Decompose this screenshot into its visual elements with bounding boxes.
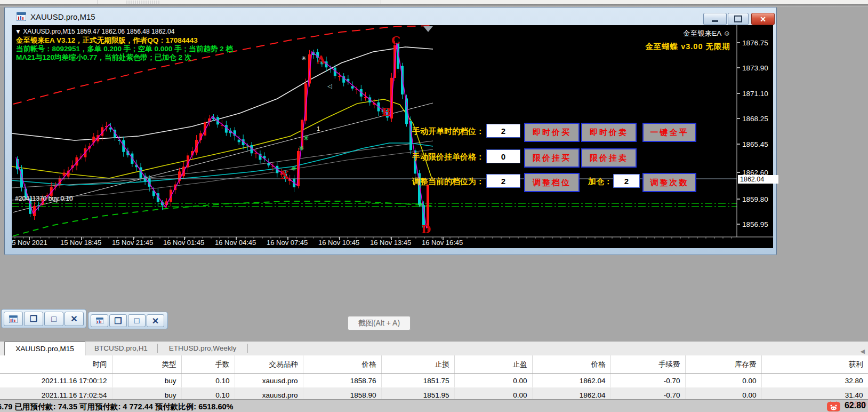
maximize-icon bbox=[734, 15, 742, 22]
column-header[interactable]: 价格 bbox=[303, 355, 381, 374]
column-header[interactable]: 价格 bbox=[532, 355, 610, 374]
trade-cell: 1862.04 bbox=[532, 374, 610, 388]
signal-star-icon: ✳ bbox=[291, 165, 296, 172]
lower-band-green-dashed bbox=[13, 201, 433, 236]
margin-summary: 46.79 已用预付款: 74.35 可用预付款: 4 772.44 预付款比例… bbox=[0, 402, 233, 412]
column-header[interactable]: 止盈 bbox=[454, 355, 532, 374]
manual-open-level-input[interactable] bbox=[486, 124, 520, 138]
trade-cell: -0.70 bbox=[610, 374, 685, 388]
current-price-tag: 1862.04 bbox=[738, 175, 778, 184]
manual-limit-price-input[interactable] bbox=[486, 149, 520, 163]
price-axis-label: 1876.75 bbox=[742, 39, 768, 47]
tab-xauusd[interactable]: XAUUSD.pro,M15 bbox=[4, 342, 85, 355]
trade-cell: 2021.11.16 17:00:12 bbox=[0, 374, 112, 388]
yellow-ma bbox=[12, 99, 432, 179]
chart-window-icon bbox=[17, 12, 26, 21]
chart-marker-icon: ◁ bbox=[327, 83, 332, 90]
maximize-icon[interactable]: □ bbox=[44, 312, 63, 326]
pattern-letter-a: A bbox=[317, 53, 325, 66]
chart-icon[interactable] bbox=[4, 312, 23, 326]
time-axis-label: 16 Nov 07:45 bbox=[267, 239, 308, 247]
table-scroll-left-icon[interactable]: ◀ bbox=[861, 348, 865, 355]
maximize-icon[interactable]: □ bbox=[128, 314, 146, 327]
signal-star-icon: ✳ bbox=[299, 145, 304, 152]
price-axis-label: 1871.10 bbox=[742, 90, 768, 98]
buy-limit-button[interactable]: 限价挂买 bbox=[524, 148, 580, 168]
symbol-ohlc-line: ▼ XAUUSD.pro,M15 1859.47 1862.06 1856.48… bbox=[15, 28, 174, 36]
trade-cell: xauusd.pro bbox=[235, 374, 303, 388]
price-axis-label: 1856.95 bbox=[742, 220, 768, 228]
maximize-button[interactable] bbox=[728, 13, 749, 25]
status-bar: 46.79 已用预付款: 74.35 可用预付款: 4 772.44 预付款比例… bbox=[0, 399, 868, 412]
chart-tab-strip: XAUUSD.pro,M15 BTCUSD.pro,H1 ETHUSD.pro,… bbox=[0, 342, 868, 356]
adjust-level-input[interactable] bbox=[486, 174, 520, 188]
pattern-letter-d: D bbox=[421, 223, 431, 236]
buy-market-button[interactable]: 即时价买 bbox=[524, 123, 580, 142]
trade-history-table: 时间类型手数交易品种价格止损止盈价格手续费库存费获利2021.11.16 17:… bbox=[0, 355, 868, 402]
signal-star-icon: ✳ bbox=[418, 201, 423, 209]
screenshot-root: { "window": { "title": "XAUUSD.pro,M15" … bbox=[0, 0, 868, 412]
close-button[interactable]: ✕ bbox=[751, 13, 775, 25]
close-all-button[interactable]: 一键全平 bbox=[642, 123, 696, 142]
ma-info-line: MA21与120均差缩小0.77，当前处紫色带；已加仓 2 次 bbox=[16, 53, 191, 62]
restore-icon[interactable]: ❐ bbox=[109, 314, 127, 327]
tab-btcusd[interactable]: BTCUSD.pro,H1 bbox=[86, 342, 156, 355]
column-header[interactable]: 获利 bbox=[761, 355, 868, 374]
time-axis-label: 16 Nov 10:45 bbox=[318, 239, 359, 247]
trade-cell: 0.00 bbox=[685, 374, 761, 388]
column-header[interactable]: 手数 bbox=[181, 355, 235, 374]
top-toolbar-remnant bbox=[0, 0, 868, 4]
column-header[interactable]: 类型 bbox=[112, 355, 181, 374]
time-axis-label: 16 Nov 04:45 bbox=[215, 239, 256, 247]
trade-cell: 1851.75 bbox=[381, 374, 454, 388]
title-bar[interactable]: XAUUSD.pro,M15 ✕ bbox=[6, 9, 775, 25]
ea-version-label: 金至蝴蝶 v3.00 无限期 bbox=[645, 42, 730, 51]
chart-marker-icon: 1 bbox=[317, 125, 320, 132]
column-header[interactable]: 交易品种 bbox=[235, 355, 303, 374]
time-axis-label: 15 Nov 18:45 bbox=[60, 239, 101, 247]
price-axis-label: 1868.25 bbox=[742, 115, 768, 123]
pattern-letter-x: X bbox=[280, 168, 289, 181]
trade-cell: 1858.76 bbox=[303, 374, 381, 388]
minimize-button[interactable] bbox=[703, 13, 727, 25]
add-position-label: 加仓： bbox=[581, 177, 612, 187]
chart-plot-area[interactable]: 15 Nov 202115 Nov 18:4515 Nov 21:4516 No… bbox=[12, 25, 773, 248]
minimized-chart-bar-2: ❐ □ ✕ bbox=[88, 312, 168, 329]
screenshot-hotkey-tooltip: 截图(Alt + A) bbox=[348, 316, 411, 330]
adjust-level-button[interactable]: 调整档位 bbox=[524, 173, 580, 192]
autoscroll-marker-icon[interactable] bbox=[423, 26, 433, 32]
adjust-times-button[interactable]: 调整次数 bbox=[642, 173, 696, 192]
close-icon[interactable]: ✕ bbox=[65, 312, 84, 326]
pattern-letter-b: B bbox=[382, 105, 391, 118]
column-header[interactable]: 手续费 bbox=[610, 355, 685, 374]
pig-logo-icon bbox=[827, 401, 840, 411]
add-position-input[interactable] bbox=[613, 174, 640, 188]
trade-row[interactable]: 2021.11.16 17:00:12buy0.10xauusd.pro1858… bbox=[0, 374, 868, 388]
window-title: XAUUSD.pro,M15 bbox=[30, 12, 95, 21]
open-order-label: #20411370 buy 0.10 bbox=[15, 195, 73, 202]
price-axis-label: 1865.45 bbox=[742, 140, 768, 148]
total-profit-value: 62.80 bbox=[845, 401, 866, 410]
minimize-icon bbox=[712, 20, 718, 22]
time-axis-label: 16 Nov 16:45 bbox=[422, 239, 463, 247]
tab-separator bbox=[157, 344, 158, 353]
chart-icon[interactable] bbox=[91, 314, 108, 327]
time-axis-label: 16 Nov 13:45 bbox=[370, 239, 411, 247]
toolbar-separator bbox=[381, 0, 381, 4]
column-header[interactable]: 时间 bbox=[0, 355, 112, 374]
sell-market-button[interactable]: 即时价卖 bbox=[581, 123, 637, 142]
sell-limit-button[interactable]: 限价挂卖 bbox=[581, 148, 637, 168]
tab-ethusd[interactable]: ETHUSD.pro,Weekly bbox=[159, 342, 246, 355]
column-header[interactable]: 库存费 bbox=[685, 355, 761, 374]
chart-marker-icon: ✳ bbox=[301, 55, 306, 62]
close-icon[interactable]: ✕ bbox=[147, 314, 164, 327]
minimized-chart-bar-1: ❐ □ ✕ bbox=[1, 309, 86, 328]
pattern-letter-c: C bbox=[391, 34, 400, 47]
signal-star-icon: ✳ bbox=[303, 134, 309, 142]
column-header[interactable]: 止损 bbox=[381, 355, 454, 374]
restore-icon[interactable]: ❐ bbox=[24, 312, 43, 326]
account-info-line: 当前帐号：8092951，多单 0.200 手；空单 0.000 手；当前趋势 … bbox=[16, 45, 233, 53]
zigzag-line bbox=[16, 43, 427, 228]
trade-cell: 32.80 bbox=[761, 374, 868, 388]
price-axis-label: 1859.80 bbox=[742, 195, 768, 203]
